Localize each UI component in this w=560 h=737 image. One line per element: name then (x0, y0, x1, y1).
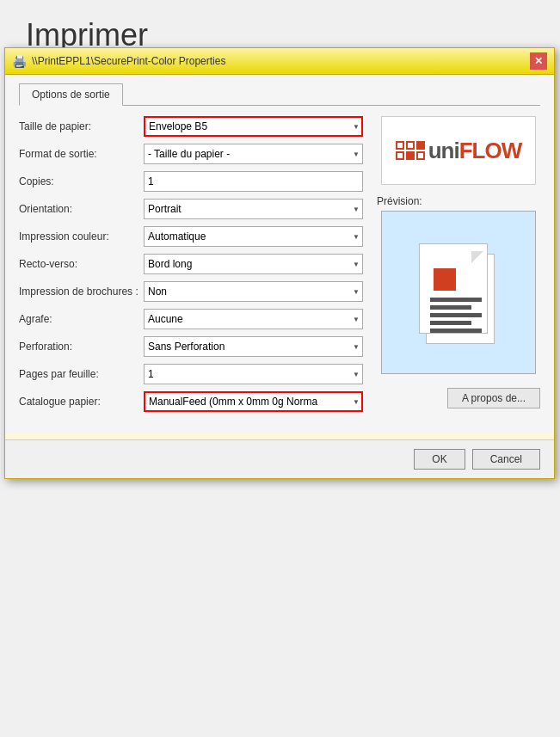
staple-select[interactable]: Aucune (144, 309, 363, 329)
dialog-title-area: 🖨️ \\PrintEPPL1\SecurePrint-Color Proper… (12, 54, 225, 68)
doc-line-5 (430, 329, 482, 333)
doc-line-3 (430, 313, 482, 317)
paper-size-label: Taille de papier: (19, 120, 144, 132)
cancel-button[interactable]: Cancel (472, 449, 540, 470)
perforation-select[interactable]: Sans Perforation (144, 336, 363, 357)
orientation-select-wrapper: Portrait (144, 199, 363, 219)
perforation-label: Perforation: (19, 341, 144, 353)
preview-label: Prévision: (377, 195, 422, 207)
logo-sq-5 (406, 151, 415, 160)
pages-per-sheet-select[interactable]: 1 (144, 364, 363, 384)
paper-catalog-row: Catalogue papier: ManualFeed (0mm x 0mm … (19, 391, 363, 412)
perforation-row: Perforation: Sans Perforation (19, 336, 363, 357)
dialog-body: Options de sortie Taille de papier: Enve… (5, 75, 554, 433)
logo-sq-3 (416, 141, 425, 150)
preview-panel: uniFLOW Prévision: (377, 116, 540, 419)
logo-sq-2 (406, 141, 415, 150)
paper-size-select[interactable]: Envelope B5 (144, 116, 363, 137)
dialog-icon: 🖨️ (12, 54, 27, 68)
output-format-label: Format de sortie: (19, 148, 144, 160)
output-format-row: Format de sortie: - Taille du papier - (19, 144, 363, 164)
output-format-select[interactable]: - Taille du papier - (144, 144, 363, 164)
paper-catalog-select[interactable]: ManualFeed (0mm x 0mm 0g Norma (144, 391, 363, 412)
booklet-select[interactable]: Non (144, 281, 363, 302)
doc-corner-fold (471, 251, 483, 263)
booklet-row: Impression de brochures : Non (19, 281, 363, 302)
dialog-title: \\PrintEPPL1\SecurePrint-Color Propertie… (32, 55, 225, 67)
preview-box (381, 211, 536, 374)
color-row: Impression couleur: Automatique (19, 226, 363, 247)
pages-per-sheet-row: Pages par feuille: 1 (19, 364, 363, 384)
document-preview (415, 236, 502, 348)
logo-sq-6 (416, 151, 425, 160)
uniflow-logo: uniFLOW (396, 138, 522, 164)
duplex-select-wrapper: Bord long (144, 254, 363, 274)
paper-size-select-wrapper: Envelope B5 (144, 116, 363, 137)
dialog-titlebar: 🖨️ \\PrintEPPL1\SecurePrint-Color Proper… (5, 48, 554, 75)
tab-options-sortie[interactable]: Options de sortie (19, 83, 123, 106)
color-select[interactable]: Automatique (144, 226, 363, 247)
logo-squares-bottom (396, 151, 425, 160)
logo-squares-top (396, 141, 425, 150)
dialog-close-button[interactable]: ✕ (530, 52, 547, 70)
copies-form-input[interactable] (144, 171, 363, 192)
paper-catalog-label: Catalogue papier: (19, 396, 144, 408)
logo-icon-group (396, 141, 425, 160)
color-label: Impression couleur: (19, 230, 144, 243)
paper-size-row: Taille de papier: Envelope B5 (19, 116, 363, 137)
doc-line-1 (430, 298, 482, 302)
about-button[interactable]: A propos de... (447, 388, 540, 408)
logo-sq-1 (396, 141, 404, 150)
duplex-select[interactable]: Bord long (144, 254, 363, 274)
tab-bar: Options de sortie (19, 83, 540, 106)
doc-front-page (419, 243, 488, 334)
form-panel: Taille de papier: Envelope B5 Format de … (19, 116, 363, 419)
doc-line-2 (430, 305, 471, 310)
logo-sq-4 (396, 151, 404, 160)
paper-catalog-select-wrapper: ManualFeed (0mm x 0mm 0g Norma (144, 391, 363, 412)
pages-per-sheet-select-wrapper: 1 (144, 364, 363, 384)
dialog-content: Taille de papier: Envelope B5 Format de … (19, 116, 540, 419)
duplex-row: Recto-verso: Bord long (19, 254, 363, 274)
doc-lines (430, 298, 482, 336)
copies-form-label: Copies: (19, 175, 144, 187)
duplex-label: Recto-verso: (19, 258, 144, 270)
dialog-footer: OK Cancel (5, 439, 554, 478)
color-select-wrapper: Automatique (144, 226, 363, 247)
uniflow-logo-box: uniFLOW (381, 116, 536, 185)
pages-per-sheet-label: Pages par feuille: (19, 368, 144, 380)
doc-red-square (434, 268, 456, 291)
booklet-label: Impression de brochures : (19, 286, 144, 298)
booklet-select-wrapper: Non (144, 281, 363, 302)
logo-text: uniFLOW (428, 138, 522, 164)
doc-line-4 (430, 321, 471, 325)
orientation-row: Orientation: Portrait (19, 199, 363, 219)
staple-label: Agrafe: (19, 313, 144, 325)
printer-properties-dialog: 🖨️ \\PrintEPPL1\SecurePrint-Color Proper… (4, 47, 555, 479)
orientation-select[interactable]: Portrait (144, 199, 363, 219)
staple-select-wrapper: Aucune (144, 309, 363, 329)
staple-row: Agrafe: Aucune (19, 309, 363, 329)
orientation-label: Orientation: (19, 203, 144, 215)
copies-row: Copies: (19, 171, 363, 192)
perforation-select-wrapper: Sans Perforation (144, 336, 363, 357)
output-format-select-wrapper: - Taille du papier - (144, 144, 363, 164)
ok-button[interactable]: OK (414, 449, 465, 470)
